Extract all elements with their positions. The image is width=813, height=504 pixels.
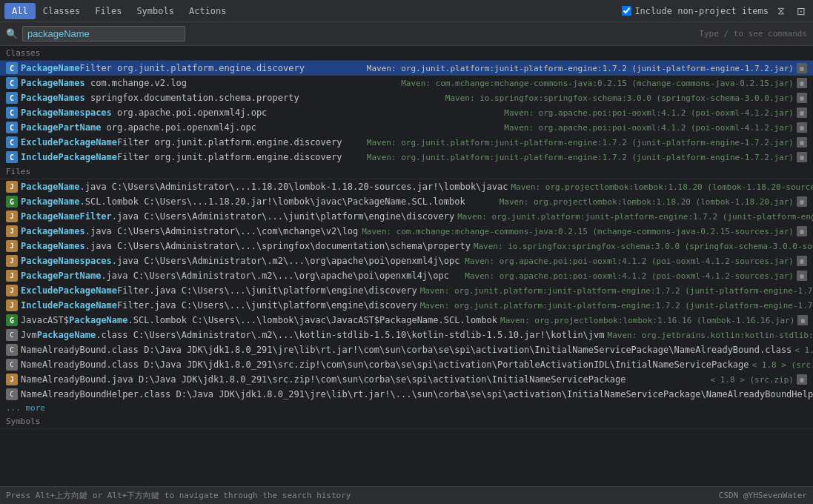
file-name-14: NameAlreadyBoundHelper.class D:\Java JDK… bbox=[21, 389, 813, 399]
jar-icon-0: ▦ bbox=[797, 63, 807, 73]
bottom-hint-text: Press Alt+上方向鍵 or Alt+下方向鍵 to navigate t… bbox=[6, 490, 351, 501]
file-jar-9: Maven: org.projectlombok:lombok:1.16.16 … bbox=[500, 316, 794, 325]
file-jar-11: < 1.8 > (rt.jar) bbox=[794, 345, 813, 355]
file-row-5[interactable]: J PackageNamespaces.java C:\Users\Admini… bbox=[0, 253, 813, 268]
file-row-10[interactable]: C JvmPackageName.class C:\Users\Administ… bbox=[0, 328, 813, 342]
jar-icon-2: ▦ bbox=[797, 93, 807, 103]
class-name-6: IncludePackageNameFilter org.junit.platf… bbox=[21, 152, 342, 162]
results-list: Classes C PackageNameFilter org.junit.pl… bbox=[0, 46, 813, 486]
class-jar-0: Maven: org.junit.platform:junit-platform… bbox=[367, 64, 794, 73]
class-row-3[interactable]: C PackageNamespaces org.apache.poi.openx… bbox=[0, 105, 813, 120]
more-link[interactable]: ... more bbox=[0, 402, 813, 414]
class-row-1[interactable]: C PackageNames com.mchange.v2.log Maven:… bbox=[0, 76, 813, 90]
class-name-0: PackageNameFilter org.junit.platform.eng… bbox=[21, 63, 305, 73]
file-icon-12: C bbox=[6, 359, 18, 371]
file-name-2: PackageNameFilter.java C:\Users\Administ… bbox=[21, 211, 454, 222]
file-name-10: JvmPackageName.class C:\Users\Administra… bbox=[21, 330, 605, 340]
file-jar-8: Maven: org.junit.platform:junit-platform… bbox=[420, 301, 813, 311]
file-row-0[interactable]: J PackageName.java C:\Users\Administrato… bbox=[0, 179, 813, 194]
file-jar-icon-5: ▦ bbox=[797, 256, 807, 266]
file-name-5: PackageNamespaces.java C:\Users\Administ… bbox=[21, 256, 459, 266]
tab-classes[interactable]: Classes bbox=[36, 3, 88, 19]
file-jar-12: < 1.8 > (src.zip) bbox=[752, 360, 813, 370]
expand-icon[interactable]: ⊡ bbox=[794, 4, 809, 19]
jar-icon-6: ▦ bbox=[797, 152, 807, 162]
class-name-1: PackageNames com.mchange.v2.log bbox=[21, 78, 187, 88]
class-name-5: ExcludePackageNameFilter org.junit.platf… bbox=[21, 137, 342, 147]
bottom-bar: Press Alt+上方向鍵 or Alt+下方向鍵 to navigate t… bbox=[0, 486, 813, 504]
file-row-6[interactable]: J PackagePartName.java C:\Users\Administ… bbox=[0, 268, 813, 283]
class-row-6[interactable]: C IncludePackageNameFilter org.junit.pla… bbox=[0, 150, 813, 165]
file-jar-icon-3: ▦ bbox=[797, 226, 807, 236]
class-name-4: PackagePartName org.apache.poi.openxml4j… bbox=[21, 122, 256, 133]
file-row-8[interactable]: J IncludePackageNameFilter.java C:\Users… bbox=[0, 298, 813, 313]
file-icon-11: C bbox=[6, 344, 18, 356]
file-name-12: NameAlreadyBound.class D:\Java JDK\jdk1.… bbox=[21, 359, 749, 370]
class-jar-6: Maven: org.junit.platform:junit-platform… bbox=[367, 153, 794, 162]
tab-all[interactable]: All bbox=[4, 3, 36, 19]
files-section-header: Files bbox=[0, 165, 813, 179]
file-icon-6: J bbox=[6, 270, 18, 282]
include-label-text: Include non-project items bbox=[634, 6, 769, 16]
symbols-section-header: Symbols bbox=[0, 414, 813, 429]
file-jar-icon-9: ▦ bbox=[797, 315, 808, 325]
class-icon-2: C bbox=[6, 92, 18, 104]
filter-icon[interactable]: ⧖ bbox=[774, 3, 788, 19]
search-input[interactable] bbox=[22, 26, 185, 42]
include-non-project-checkbox[interactable] bbox=[622, 6, 631, 16]
file-icon-2: J bbox=[6, 210, 18, 222]
file-name-11: NameAlreadyBound.class D:\Java JDK\jdk1.… bbox=[21, 345, 792, 355]
top-right-controls: Include non-project items ⧖ ⊡ bbox=[622, 3, 809, 19]
file-icon-9: G bbox=[6, 314, 18, 326]
class-row-4[interactable]: C PackagePartName org.apache.poi.openxml… bbox=[0, 120, 813, 135]
class-row-0[interactable]: C PackageNameFilter org.junit.platform.e… bbox=[0, 61, 813, 76]
file-jar-7: Maven: org.junit.platform:junit-platform… bbox=[420, 286, 813, 296]
file-name-13: NameAlreadyBound.java D:\Java JDK\jdk1.8… bbox=[21, 374, 625, 385]
file-name-9: JavacAST$PackageName.SCL.lombok C:\Users… bbox=[21, 315, 497, 325]
tab-symbols[interactable]: Symbols bbox=[129, 3, 182, 19]
file-row-14[interactable]: C NameAlreadyBoundHelper.class D:\Java J… bbox=[0, 387, 813, 402]
file-name-7: ExcludePackageNameFilter.java C:\Users\.… bbox=[21, 285, 417, 296]
file-row-11[interactable]: C NameAlreadyBound.class D:\Java JDK\jdk… bbox=[0, 342, 813, 357]
file-jar-10: Maven: org.jetbrains.kotlin:kotlin-stdli… bbox=[608, 331, 813, 340]
file-icon-5: J bbox=[6, 255, 18, 267]
jar-icon-3: ▦ bbox=[797, 107, 807, 118]
classes-section-header: Classes bbox=[0, 46, 813, 61]
file-name-3: PackageNames.java C:\Users\Administrator… bbox=[21, 226, 358, 236]
class-row-5[interactable]: C ExcludePackageNameFilter org.junit.pla… bbox=[0, 135, 813, 150]
file-row-13[interactable]: J NameAlreadyBound.java D:\Java JDK\jdk1… bbox=[0, 372, 813, 387]
file-row-7[interactable]: J ExcludePackageNameFilter.java C:\Users… bbox=[0, 283, 813, 298]
class-jar-4: Maven: org.apache.poi:poi-ooxml:4.1.2 (p… bbox=[504, 123, 794, 133]
class-jar-2: Maven: io.springfox:springfox-schema:3.0… bbox=[445, 93, 794, 103]
class-icon-4: C bbox=[6, 122, 18, 133]
top-tab-bar: All Classes Files Symbols Actions Includ… bbox=[0, 0, 813, 22]
file-row-2[interactable]: J PackageNameFilter.java C:\Users\Admini… bbox=[0, 209, 813, 224]
jar-icon-4: ▦ bbox=[797, 122, 807, 133]
include-non-project-label[interactable]: Include non-project items bbox=[622, 6, 769, 16]
file-icon-3: J bbox=[6, 225, 18, 237]
class-row-2[interactable]: C PackageNames springfox.documentation.s… bbox=[0, 90, 813, 105]
file-row-4[interactable]: J PackageNames.java C:\Users\Administrat… bbox=[0, 239, 813, 253]
file-icon-10: C bbox=[6, 329, 18, 341]
class-icon-1: C bbox=[6, 77, 18, 89]
class-icon-0: C bbox=[6, 62, 18, 74]
jar-icon-5: ▦ bbox=[797, 137, 807, 147]
file-jar-icon-13: ▦ bbox=[797, 374, 807, 385]
file-jar-13: < 1.8 > (src.zip) bbox=[710, 375, 794, 385]
file-icon-7: J bbox=[6, 285, 18, 296]
class-icon-6: C bbox=[6, 151, 18, 163]
file-icon-14: C bbox=[6, 388, 18, 400]
tab-files[interactable]: Files bbox=[87, 3, 129, 19]
file-icon-4: J bbox=[6, 240, 18, 252]
file-icon-1: G bbox=[6, 196, 18, 208]
file-row-3[interactable]: J PackageNames.java C:\Users\Administrat… bbox=[0, 224, 813, 239]
file-row-1[interactable]: G PackageName.SCL.lombok C:\Users\...1.1… bbox=[0, 194, 813, 209]
file-jar-3: Maven: com.mchange:mchange-commons-java:… bbox=[362, 227, 794, 236]
file-name-1: PackageName.SCL.lombok C:\Users\...1.18.… bbox=[21, 196, 465, 207]
file-row-9[interactable]: G JavacAST$PackageName.SCL.lombok C:\Use… bbox=[0, 313, 813, 328]
tab-actions[interactable]: Actions bbox=[182, 3, 234, 19]
file-row-12[interactable]: C NameAlreadyBound.class D:\Java JDK\jdk… bbox=[0, 357, 813, 372]
search-bar: 🔍 Type / to see commands bbox=[0, 22, 813, 46]
file-name-8: IncludePackageNameFilter.java C:\Users\.… bbox=[21, 300, 417, 311]
file-name-4: PackageNames.java C:\Users\Administrator… bbox=[21, 241, 471, 251]
